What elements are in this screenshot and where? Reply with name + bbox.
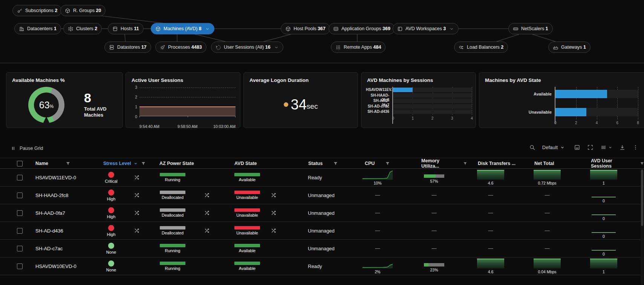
- metric-disk: 4.6: [475, 259, 506, 274]
- nav-pill-clusters[interactable]: Clusters 2: [63, 23, 102, 34]
- x-axis-tick: 1: [411, 116, 414, 120]
- bar-row: [393, 99, 472, 103]
- col-header-disk[interactable]: Disk Transfers ...: [467, 161, 524, 166]
- shuffle-icon[interactable]: [271, 192, 277, 198]
- shuffle-icon[interactable]: [271, 228, 277, 234]
- nav-pill-remote-apps[interactable]: Remote Apps 484: [331, 42, 385, 53]
- cell-name: SH-AD-d436: [28, 222, 96, 239]
- nav-pill-user-sessions[interactable]: User Sessions (All) 16: [211, 42, 283, 53]
- download-button[interactable]: [619, 144, 626, 151]
- cell-name: HSAVDW10EVD-0: [28, 257, 96, 275]
- card-view-button[interactable]: [574, 144, 580, 151]
- search-button[interactable]: [529, 144, 535, 151]
- nav-pill-machines-avd[interactable]: Machines (AVD) 8: [151, 23, 214, 34]
- row-checkbox[interactable]: [17, 228, 23, 234]
- row-checkbox[interactable]: [17, 246, 23, 251]
- state-chip: Unavailable: [234, 191, 260, 200]
- state-chip: Running: [160, 262, 185, 271]
- col-header-avd[interactable]: AVD State: [222, 161, 298, 166]
- topology-nav: Subscriptions 2R. Groups 20Datacenters 1…: [0, 0, 644, 63]
- filter-icon[interactable]: [141, 161, 146, 166]
- table-row[interactable]: HSAVDW11EVD-0 Critical Running Available…: [0, 169, 644, 186]
- cell-name: SH-AD-c7ac: [28, 240, 96, 257]
- select-all-checkbox[interactable]: [17, 161, 23, 166]
- nav-pill-datacenters[interactable]: Datacenters 1: [14, 23, 61, 34]
- memory-bar: [424, 174, 444, 178]
- col-header-sessions[interactable]: AVD User Sessions: [580, 158, 644, 169]
- row-checkbox[interactable]: [17, 263, 23, 269]
- col-header-net[interactable]: Net Total: [524, 161, 580, 166]
- shuffle-icon[interactable]: [271, 210, 277, 216]
- shuffle-icon[interactable]: [204, 192, 210, 198]
- state-chip: Deallocated: [160, 191, 185, 200]
- nav-pill-load-balancers[interactable]: Load Balancers 2: [454, 42, 508, 53]
- table-row[interactable]: SH-AD-c7ac None Running Available Unmana…: [0, 240, 644, 257]
- more-options-button[interactable]: [632, 144, 639, 151]
- filter-icon[interactable]: [463, 161, 467, 166]
- area-plot: [139, 88, 236, 116]
- scrollbar-thumb[interactable]: [641, 169, 643, 226]
- pause-grid-button[interactable]: Pause Grid: [11, 146, 43, 151]
- metric-sessions: 0: [588, 188, 620, 203]
- nav-pill-subscriptions[interactable]: Subscriptions 2: [12, 5, 62, 16]
- col-header-status[interactable]: Status: [298, 161, 354, 166]
- row-checkbox[interactable]: [17, 193, 23, 198]
- x-axis-tick: 2: [575, 121, 577, 125]
- table-scrollbar[interactable]: [641, 169, 644, 285]
- card-title-machines-by-state: Machines by AVD State: [485, 77, 541, 83]
- nav-pill-host-pools[interactable]: Host Pools 367: [281, 23, 330, 34]
- shuffle-icon[interactable]: [134, 228, 140, 234]
- nav-pill-gateways[interactable]: Gateways 1: [548, 42, 590, 53]
- fullscreen-button[interactable]: [587, 144, 594, 151]
- nav-pill-processes[interactable]: Processes 4483: [155, 42, 207, 53]
- cell-checkbox: [0, 169, 28, 186]
- bar-category-label: SH-HAAD-2fc8: [366, 93, 392, 98]
- nav-pill-hosts[interactable]: Hosts 11: [108, 23, 144, 34]
- filter-icon[interactable]: [385, 161, 390, 166]
- filter-icon[interactable]: [333, 161, 338, 166]
- nav-pill-label: Hosts 11: [121, 26, 139, 31]
- row-checkbox[interactable]: [17, 175, 23, 180]
- table-row[interactable]: SH-HAAD-2fc8 High Deallocated Unavailabl…: [0, 186, 644, 204]
- bar-track: [393, 109, 472, 114]
- table-row[interactable]: SH-AD-d436 High Deallocated Unavailable …: [0, 222, 644, 240]
- metric-cpu: —: [362, 226, 393, 236]
- header-checkbox-cell: [0, 158, 28, 169]
- col-header-label: AZ Power State: [159, 161, 194, 166]
- row-density-button[interactable]: [600, 144, 612, 151]
- table-row[interactable]: HSAVDW10EVD-0 None Running Available Rea…: [0, 257, 644, 275]
- shuffle-icon[interactable]: [204, 228, 210, 234]
- col-header-cpu[interactable]: CPU: [354, 161, 411, 166]
- col-header-stress[interactable]: Stress Level: [96, 161, 149, 166]
- metric-cpu: —: [362, 243, 393, 253]
- nav-pill-resource-groups[interactable]: R. Groups 20: [60, 5, 106, 16]
- nav-pill-avd-workspaces[interactable]: AVD Workspaces 3: [393, 23, 459, 34]
- cell-cpu: —: [354, 240, 411, 257]
- cell-memory: —: [411, 204, 467, 222]
- filter-icon[interactable]: [640, 161, 644, 166]
- col-header-name[interactable]: Name: [28, 161, 96, 166]
- cell-sessions: 0: [580, 240, 644, 257]
- state-chip: Available: [234, 173, 260, 182]
- shuffle-icon[interactable]: [204, 210, 210, 216]
- col-header-memory[interactable]: Memory Utiliza...: [411, 158, 467, 169]
- shuffle-icon[interactable]: [134, 210, 140, 216]
- x-axis-tick: 8: [637, 121, 639, 125]
- nav-pill-datastores[interactable]: Datastores 17: [104, 42, 151, 53]
- table-row[interactable]: SH-AAD-0fa7 High Deallocated Unavailable…: [0, 204, 644, 222]
- y-axis-label: 2: [130, 95, 137, 99]
- metric-disk: —: [475, 226, 506, 236]
- row-checkbox[interactable]: [17, 210, 23, 216]
- bar-row: [393, 93, 472, 98]
- shuffle-icon[interactable]: [134, 192, 140, 198]
- cell-checkbox: [0, 204, 28, 222]
- nav-pill-application-groups[interactable]: Application Groups 369: [329, 23, 395, 34]
- cell-sessions: 0: [580, 186, 644, 204]
- nav-pill-netscalers[interactable]: NetScalers 1: [508, 23, 553, 34]
- shuffle-icon[interactable]: [134, 174, 140, 180]
- filter-icon[interactable]: [66, 161, 70, 166]
- col-header-label: Status: [308, 161, 323, 166]
- metric-memory: —: [418, 208, 450, 218]
- col-header-az[interactable]: AZ Power State: [149, 161, 222, 166]
- view-selector-dropdown[interactable]: Default: [542, 145, 565, 150]
